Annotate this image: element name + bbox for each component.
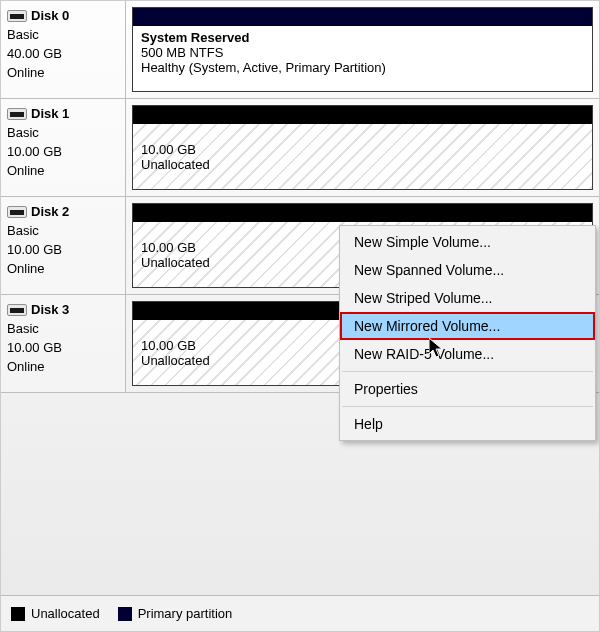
disk-icon — [7, 10, 27, 22]
unallocated-size: 10.00 GB — [141, 142, 584, 157]
menu-properties[interactable]: Properties — [340, 375, 595, 403]
disk-type: Basic — [7, 124, 117, 143]
legend-unallocated: Unallocated — [11, 606, 100, 621]
legend-primary-partition: Primary partition — [118, 606, 233, 621]
volume-details: 500 MB NTFS — [141, 45, 584, 60]
disk-status: Online — [7, 260, 117, 279]
menu-help[interactable]: Help — [340, 410, 595, 438]
menu-new-striped-volume[interactable]: New Striped Volume... — [340, 284, 595, 312]
disk-info-1: Disk 1 Basic 10.00 GB Online — [1, 99, 126, 196]
menu-new-simple-volume[interactable]: New Simple Volume... — [340, 228, 595, 256]
menu-separator — [342, 406, 593, 407]
disk-size: 40.00 GB — [7, 45, 117, 64]
menu-new-raid5-volume[interactable]: New RAID-5 Volume... — [340, 340, 595, 368]
context-menu: New Simple Volume... New Spanned Volume.… — [339, 225, 596, 441]
disk-info-2: Disk 2 Basic 10.00 GB Online — [1, 197, 126, 294]
volume-unallocated-1[interactable]: 10.00 GB Unallocated — [132, 105, 593, 190]
disk-status: Online — [7, 162, 117, 181]
disk-row-0: Disk 0 Basic 40.00 GB Online System Rese… — [1, 1, 599, 99]
disk-info-3: Disk 3 Basic 10.00 GB Online — [1, 295, 126, 392]
disk-name: Disk 0 — [31, 7, 69, 26]
menu-new-mirrored-volume[interactable]: New Mirrored Volume... — [340, 312, 595, 340]
disk-name: Disk 3 — [31, 301, 69, 320]
unallocated-label: Unallocated — [141, 157, 584, 172]
volume-header-primary — [133, 8, 592, 26]
disk-size: 10.00 GB — [7, 241, 117, 260]
disk-size: 10.00 GB — [7, 339, 117, 358]
disk-icon — [7, 304, 27, 316]
legend-unallocated-label: Unallocated — [31, 606, 100, 621]
volume-header-unallocated — [133, 204, 592, 222]
disk-icon — [7, 206, 27, 218]
disk-body-1: 10.00 GB Unallocated — [126, 99, 599, 196]
disk-type: Basic — [7, 26, 117, 45]
swatch-unallocated-icon — [11, 607, 25, 621]
disk-name: Disk 2 — [31, 203, 69, 222]
legend-primary-label: Primary partition — [138, 606, 233, 621]
volume-title: System Reserved — [141, 30, 249, 45]
disk-info-0: Disk 0 Basic 40.00 GB Online — [1, 1, 126, 98]
disk-name: Disk 1 — [31, 105, 69, 124]
disk-type: Basic — [7, 222, 117, 241]
disk-row-1: Disk 1 Basic 10.00 GB Online 10.00 GB Un… — [1, 99, 599, 197]
menu-separator — [342, 371, 593, 372]
disk-status: Online — [7, 64, 117, 83]
disk-type: Basic — [7, 320, 117, 339]
volume-system-reserved[interactable]: System Reserved 500 MB NTFS Healthy (Sys… — [132, 7, 593, 92]
disk-size: 10.00 GB — [7, 143, 117, 162]
disk-icon — [7, 108, 27, 120]
disk-status: Online — [7, 358, 117, 377]
volume-header-unallocated — [133, 106, 592, 124]
disk-body-0: System Reserved 500 MB NTFS Healthy (Sys… — [126, 1, 599, 98]
volume-status: Healthy (System, Active, Primary Partiti… — [141, 60, 584, 75]
menu-new-spanned-volume[interactable]: New Spanned Volume... — [340, 256, 595, 284]
swatch-primary-icon — [118, 607, 132, 621]
legend: Unallocated Primary partition — [1, 595, 599, 631]
